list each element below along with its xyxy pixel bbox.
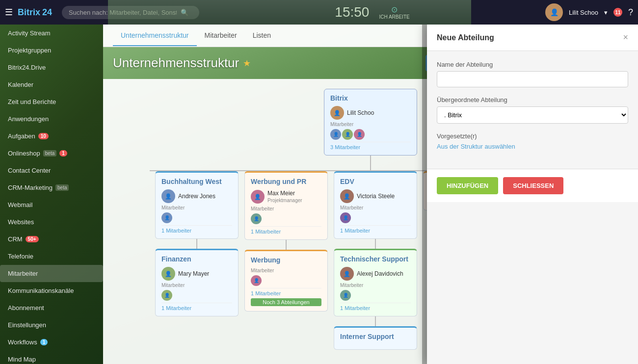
- org-node-buchhaltung[interactable]: Buchhaltung West 👤 Andrew Jones Mitarbei…: [155, 171, 239, 239]
- sub-role-1: Mitarbeiter: [251, 268, 321, 273]
- crm-marketing-tag: beta: [55, 184, 69, 191]
- org-person-lilit: 👤 Lilit Schoo: [330, 106, 411, 120]
- sidebar-item-abonnement[interactable]: Abonnement: [0, 299, 103, 316]
- sidebar-item-crm[interactable]: CRM 50+: [0, 231, 103, 248]
- sidebar-item-mitarbeiter[interactable]: Mitarbeiter: [0, 265, 103, 282]
- noch-badge: Noch 3 Abteilungen: [251, 298, 321, 306]
- sidebar-label: CRM: [8, 235, 23, 243]
- department-name-input[interactable]: [437, 71, 628, 87]
- org-node-finanzen[interactable]: Finanzen 👤 Mary Mayer Mitarbeiter 👤 1 Mi…: [155, 249, 239, 316]
- sidebar-label: Aufgaben: [8, 132, 35, 140]
- org-link-root[interactable]: 3 Mitarbeiter: [330, 142, 411, 150]
- logo: Bitrix 24: [18, 7, 52, 18]
- sidebar-label: Kommunikationskanäle: [8, 287, 74, 294]
- notification-badge[interactable]: 11: [613, 8, 622, 17]
- sub-title-1: Werbung: [251, 256, 321, 264]
- small-avatar: 👤: [161, 290, 172, 301]
- sub-avatars-0: 👤: [161, 290, 232, 301]
- sidebar-item-workflows[interactable]: Workflows 1: [0, 334, 103, 351]
- org-node-werbung-pr[interactable]: Werbung und PR 👤 Max Meier Projektmanage…: [244, 171, 328, 240]
- dept-mitarbeiter-1: Mitarbeiter: [251, 206, 321, 211]
- dept-person-2: 👤 Victoria Steele: [340, 189, 411, 203]
- dept-role-1: Projektmanager: [267, 198, 302, 203]
- org-node-bitrix[interactable]: Bitrix 👤 Lilit Schoo Mitarbeiter 👤 👤 👤 3…: [324, 89, 417, 156]
- sub-link-2[interactable]: 1 Mitarbeiter: [340, 303, 411, 311]
- dept-avatars-0: 👤: [161, 212, 232, 223]
- sidebar-item-mindmap[interactable]: Mind Map: [0, 351, 103, 364]
- sidebar-label: Websites: [8, 218, 34, 226]
- field-supervisor-group: Vorgesetzte(r) Aus der Struktur auswähle…: [437, 132, 628, 150]
- sub-connector-1: [286, 240, 287, 250]
- sub-avatars-1: 👤: [251, 275, 321, 286]
- dept-link-0[interactable]: 1 Mitarbeiter: [161, 225, 232, 234]
- sub-title-0: Finanzen: [161, 255, 232, 263]
- main-content: Unternehmensstruktur Mitarbeiter Listen …: [103, 25, 638, 364]
- sidebar-item-kalender[interactable]: Kalender: [0, 76, 103, 93]
- sidebar-item-zeit[interactable]: Zeit und Berichte: [0, 93, 103, 110]
- star-icon[interactable]: ★: [243, 58, 251, 69]
- dept-name-1: Max Meier: [267, 190, 295, 197]
- org-node-edv[interactable]: EDV 👤 Victoria Steele Mitarbeiter 👤 1 Mi…: [334, 171, 417, 239]
- sidebar-item-telefonie[interactable]: Telefonie: [0, 248, 103, 265]
- small-avatar: 👤: [340, 212, 351, 223]
- dept-link-2[interactable]: 1 Mitarbeiter: [340, 225, 411, 234]
- dept-avatars-1: 👤: [251, 213, 321, 224]
- add-button[interactable]: HINZUFÜGEN: [437, 177, 498, 194]
- tab-unternehmensstruktur[interactable]: Unternehmensstruktur: [113, 26, 197, 46]
- sidebar-label: Zeit und Berichte: [8, 98, 56, 105]
- sidebar-item-projektgruppen[interactable]: Projektgruppen: [0, 42, 103, 59]
- sidebar-item-onlineshop[interactable]: Onlineshop beta 1: [0, 145, 103, 162]
- workflows-badge: 1: [40, 339, 48, 345]
- dept-role-0: Mitarbeiter: [161, 205, 232, 210]
- org-node-werbung[interactable]: Werbung Mitarbeiter 👤 1 Mitarbeiter Noch…: [244, 250, 328, 312]
- sidebar-item-kommunikation[interactable]: Kommunikationskanäle: [0, 282, 103, 299]
- close-button[interactable]: SCHLIESSEN: [503, 177, 563, 194]
- topbar: ☰ Bitrix 24 🔍 15:50 ⊙ ICH ARBEITE 👤 Lili…: [0, 0, 638, 25]
- sub-link-0[interactable]: 1 Mitarbeiter: [161, 303, 232, 311]
- sidebar-item-anwendungen[interactable]: Anwendungen: [0, 110, 103, 128]
- dept-link-1[interactable]: 1 Mitarbeiter: [251, 226, 321, 234]
- sub-link-1[interactable]: 1 Mitarbeiter: [251, 288, 321, 296]
- avatar-lilit: 👤: [330, 106, 344, 120]
- sidebar-label: Abonnement: [8, 304, 44, 312]
- dept-wrap-1: Werbung und PR 👤 Max Meier Projektmanage…: [244, 171, 328, 350]
- sidebar-item-aufgaben[interactable]: Aufgaben 10: [0, 128, 103, 145]
- sidebar-item-drive[interactable]: Bitrix24.Drive: [0, 59, 103, 76]
- small-avatar-2: 👤: [342, 129, 353, 140]
- avatar-victoria: 👤: [340, 189, 354, 203]
- sidebar-item-webmail[interactable]: Webmail: [0, 196, 103, 213]
- sidebar-item-contact-center[interactable]: Contact Center: [0, 162, 103, 179]
- sub-name-2: Alexej Davidovich: [357, 270, 403, 277]
- small-avatar-3: 👤: [354, 129, 365, 140]
- deep-title-0: Interner Support: [340, 333, 411, 340]
- sidebar-label: Mind Map: [8, 356, 36, 363]
- sub-connector-0: [196, 239, 197, 249]
- modal-footer: HINZUFÜGEN SCHLIESSEN: [427, 169, 638, 202]
- help-icon[interactable]: ?: [628, 7, 633, 18]
- modal-close-button[interactable]: ×: [623, 32, 628, 43]
- org-node-tech-support[interactable]: Technischer Support 👤 Alexej Davidovich …: [334, 249, 417, 316]
- tab-listen[interactable]: Listen: [245, 26, 279, 46]
- field-name-group: Name der Abteilung: [437, 61, 628, 87]
- hamburger-icon[interactable]: ☰: [5, 7, 13, 18]
- avatar-mary: 👤: [161, 267, 175, 281]
- sidebar-item-crm-marketing[interactable]: CRM-Marketing beta: [0, 179, 103, 196]
- sidebar: Activity Stream Projektgruppen Bitrix24.…: [0, 25, 103, 364]
- sidebar-item-einstellungen[interactable]: Einstellungen: [0, 316, 103, 334]
- crm-badge: 50+: [26, 236, 39, 242]
- tab-mitarbeiter[interactable]: Mitarbeiter: [197, 26, 245, 46]
- sidebar-item-websites[interactable]: Websites: [0, 213, 103, 231]
- deep-connector: [375, 316, 376, 326]
- sub-role-0: Mitarbeiter: [161, 283, 232, 288]
- sidebar-label: Onlineshop: [8, 150, 40, 157]
- sidebar-label: Contact Center: [8, 167, 51, 174]
- supervisor-select-link[interactable]: Aus der Struktur auswählen: [437, 143, 515, 150]
- sidebar-item-activity-stream[interactable]: Activity Stream: [0, 25, 103, 42]
- sub-role-2: Mitarbeiter: [340, 283, 411, 288]
- sidebar-label: Mitarbeiter: [8, 270, 38, 277]
- user-avatar[interactable]: 👤: [545, 3, 563, 21]
- org-node-interner-support[interactable]: Interner Support: [334, 326, 417, 350]
- dept-title-0: Buchhaltung West: [161, 178, 232, 185]
- dept-person-1: 👤 Max Meier Projektmanager: [251, 189, 321, 204]
- parent-department-select[interactable]: . Bitrix: [437, 106, 628, 124]
